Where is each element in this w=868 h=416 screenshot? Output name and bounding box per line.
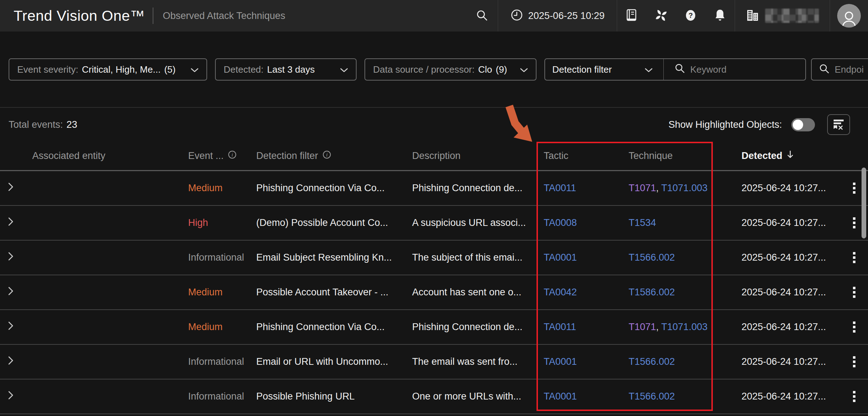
- vertical-scrollbar-thumb[interactable]: [862, 168, 866, 238]
- search-icon: [476, 9, 488, 23]
- notifications-button[interactable]: [705, 9, 735, 23]
- severity-value: Informational: [188, 391, 244, 402]
- apps-pinwheel-icon: [654, 9, 668, 23]
- info-icon[interactable]: i: [323, 150, 331, 161]
- severity-value: Medium: [188, 183, 223, 193]
- technique-link[interactable]: T1071: [629, 321, 656, 332]
- severity-value: Medium: [188, 321, 223, 332]
- event-row[interactable]: Medium Phishing Connection Via Co... Phi…: [0, 171, 868, 206]
- description-cell: Phishing Connection de...: [403, 183, 534, 194]
- detected-cell: 2025-06-24 10:27...: [731, 287, 840, 298]
- event-severity-cell: Medium: [179, 183, 247, 194]
- global-search-button[interactable]: [466, 0, 498, 32]
- event-row[interactable]: Medium Possible Account Takeover - ... A…: [0, 275, 868, 310]
- kebab-menu-button[interactable]: [851, 285, 858, 300]
- detected-value: Last 3 days: [267, 64, 315, 75]
- kebab-menu-button[interactable]: [851, 319, 858, 335]
- expand-row-button[interactable]: [0, 286, 22, 298]
- expand-row-button[interactable]: [0, 182, 22, 194]
- column-header-event-severity[interactable]: Event ... i: [179, 150, 247, 161]
- technique-link[interactable]: T1071.003: [661, 183, 707, 193]
- data-source-value: Clo: [478, 64, 492, 75]
- keyword-search-input[interactable]: [690, 64, 798, 75]
- tactic-link[interactable]: TA0008: [544, 217, 577, 228]
- svg-text:i: i: [232, 152, 233, 158]
- expand-row-button[interactable]: [0, 321, 22, 333]
- kebab-menu-button[interactable]: [851, 215, 858, 231]
- kebab-menu-button[interactable]: [851, 354, 858, 369]
- technique-link[interactable]: T1566.002: [629, 391, 675, 402]
- event-severity-cell: Medium: [179, 287, 247, 298]
- event-severity-cell: Informational: [179, 356, 247, 367]
- tactic-link[interactable]: TA0001: [544, 391, 577, 402]
- apps-button[interactable]: [647, 9, 676, 23]
- technique-link[interactable]: T1071: [629, 183, 656, 193]
- summary-actions: Show Highlighted Objects:: [668, 108, 850, 141]
- svg-text:?: ?: [688, 11, 693, 19]
- column-header-tactic[interactable]: Tactic: [534, 150, 620, 161]
- data-source-filter[interactable]: Data source / processor: Clo (9): [364, 58, 536, 81]
- detected-cell: 2025-06-24 10:27...: [731, 391, 840, 402]
- technique-cell: T1566.002: [620, 252, 731, 263]
- company-building-icon: [746, 8, 760, 24]
- total-events: Total events: 23: [9, 108, 77, 141]
- chevron-right-icon: [8, 356, 14, 368]
- description-cell: A suspicious URL associ...: [403, 217, 534, 228]
- technique-cell: T1071, T1071.003: [620, 321, 731, 333]
- column-header-detected[interactable]: Detected: [731, 150, 840, 162]
- event-row[interactable]: Informational Possible Phishing URL One …: [0, 379, 868, 414]
- event-row[interactable]: High (Demo) Possible Account Co... A sus…: [0, 206, 868, 241]
- expand-row-button[interactable]: [0, 356, 22, 368]
- event-row[interactable]: Medium Phishing Connection Via Co... Phi…: [0, 310, 868, 345]
- column-header-associated-entity[interactable]: Associated entity: [22, 150, 179, 161]
- detected-filter[interactable]: Detected: Last 3 days: [215, 58, 357, 81]
- filter-toolbar: Event severity: Critical, High, Me... (5…: [9, 58, 806, 81]
- row-actions-cell: [840, 319, 868, 335]
- detection-filter-label: Detection filter: [552, 64, 612, 75]
- technique-link[interactable]: T1586.002: [629, 287, 675, 298]
- technique-cell: T1586.002: [620, 287, 731, 298]
- expand-row-button[interactable]: [0, 217, 22, 229]
- info-icon[interactable]: i: [228, 150, 237, 161]
- clear-sort-filter-button[interactable]: [827, 114, 850, 135]
- event-severity-filter[interactable]: Event severity: Critical, High, Me... (5…: [9, 58, 207, 81]
- column-header-technique[interactable]: Technique: [620, 150, 731, 161]
- kebab-menu-button[interactable]: [851, 250, 858, 265]
- expand-row-button[interactable]: [0, 252, 22, 263]
- kebab-menu-button[interactable]: [851, 389, 858, 404]
- event-severity-cell: Medium: [179, 321, 247, 333]
- show-highlighted-toggle[interactable]: [791, 118, 815, 131]
- tactic-cell: TA0001: [534, 356, 620, 367]
- avatar[interactable]: [837, 4, 861, 28]
- data-source-label: Data source / processor:: [373, 64, 474, 75]
- help-button[interactable]: ?: [676, 9, 705, 23]
- detection-filter-cell: Possible Phishing URL: [247, 391, 403, 402]
- detected-label: Detected:: [224, 64, 263, 75]
- console-time[interactable]: 2025-06-25 10:29: [498, 0, 617, 32]
- detection-filter-dropdown[interactable]: Detection filter: [545, 59, 660, 80]
- tactic-link[interactable]: TA0011: [544, 183, 576, 193]
- chevron-right-icon: [8, 182, 14, 194]
- event-row[interactable]: Informational Email Subject Resembling K…: [0, 241, 868, 275]
- account-company-menu[interactable]: [735, 0, 830, 32]
- kebab-menu-button[interactable]: [851, 180, 858, 196]
- tactic-link[interactable]: TA0001: [544, 356, 577, 367]
- column-header-description[interactable]: Description: [403, 150, 534, 161]
- tactic-link[interactable]: TA0042: [544, 287, 577, 298]
- clear-filter-icon: [832, 118, 845, 131]
- release-notes-button[interactable]: [617, 9, 647, 23]
- column-header-detection-filter[interactable]: Detection filter i: [247, 150, 403, 161]
- technique-link[interactable]: T1566.002: [629, 356, 675, 367]
- event-row[interactable]: Informational Email or URL with Uncommo.…: [0, 345, 868, 379]
- detected-cell: 2025-06-24 10:27...: [731, 252, 840, 263]
- expand-row-button[interactable]: [0, 391, 22, 402]
- tactic-link[interactable]: TA0001: [544, 252, 577, 263]
- sort-desc-icon: [787, 150, 794, 162]
- technique-link[interactable]: T1566.002: [629, 252, 675, 263]
- endpoint-search-input[interactable]: [835, 64, 868, 75]
- tactic-cell: TA0001: [534, 252, 620, 263]
- technique-link[interactable]: T1071.003: [661, 321, 707, 332]
- row-actions-cell: [840, 389, 868, 404]
- technique-link[interactable]: T1534: [629, 217, 656, 228]
- tactic-link[interactable]: TA0011: [544, 321, 576, 332]
